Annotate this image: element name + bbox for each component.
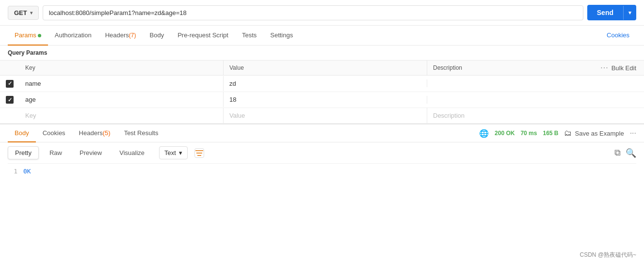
table-row: Key Value Description bbox=[0, 108, 644, 124]
tab-headers-label: Headers bbox=[105, 31, 129, 39]
url-bar: GET ▾ Send ▾ bbox=[0, 0, 644, 26]
row1-description[interactable] bbox=[427, 79, 644, 87]
text-format-dropdown[interactable]: Text ▾ bbox=[159, 146, 188, 159]
row2-value[interactable]: 18 bbox=[223, 92, 427, 107]
tab-body[interactable]: Body bbox=[143, 26, 171, 46]
response-body: Pretty Raw Preview Visualize Text ▾ ⧉ 🔍 … bbox=[0, 142, 644, 179]
headers-count: (7) bbox=[129, 32, 136, 39]
row3-key-placeholder[interactable]: Key bbox=[19, 108, 223, 123]
th-value: Value bbox=[223, 61, 427, 75]
format-row: Pretty Raw Preview Visualize Text ▾ ⧉ 🔍 bbox=[8, 142, 636, 164]
tab-params[interactable]: Params bbox=[8, 26, 48, 46]
bulk-edit-area: ··· Bulk Edit bbox=[600, 63, 644, 72]
checkbox-age[interactable] bbox=[6, 96, 14, 104]
tab-authorization-label: Authorization bbox=[55, 31, 92, 39]
method-chevron-icon: ▾ bbox=[30, 10, 32, 15]
params-dot-icon bbox=[38, 34, 41, 37]
tab-settings-label: Settings bbox=[270, 31, 293, 39]
right-icons: ⧉ 🔍 bbox=[614, 148, 636, 158]
text-dropdown-chevron-icon: ▾ bbox=[179, 149, 182, 156]
row2-check[interactable] bbox=[0, 92, 19, 108]
rtab-body[interactable]: Body bbox=[8, 124, 36, 142]
more-options-icon[interactable]: ··· bbox=[630, 129, 636, 138]
tab-headers[interactable]: Headers(7) bbox=[98, 26, 143, 46]
format-preview-button[interactable]: Preview bbox=[73, 147, 109, 159]
format-pretty-button[interactable]: Pretty bbox=[8, 146, 39, 159]
params-table-header: Key Value Description ··· Bulk Edit bbox=[0, 60, 644, 76]
code-content: 0K bbox=[23, 168, 31, 175]
rtab-body-label: Body bbox=[15, 129, 29, 137]
save-icon: 🗂 bbox=[564, 129, 572, 138]
rtab-headers-label: Headers bbox=[79, 129, 103, 137]
tab-tests[interactable]: Tests bbox=[235, 26, 263, 46]
table-row: age 18 bbox=[0, 92, 644, 108]
status-ok-badge: 200 OK bbox=[495, 130, 515, 137]
format-raw-button[interactable]: Raw bbox=[43, 147, 69, 159]
rtab-cookies-label: Cookies bbox=[43, 129, 65, 137]
table-row: name zd bbox=[0, 76, 644, 92]
rtab-headers[interactable]: Headers(5) bbox=[72, 124, 117, 142]
cookies-right-label: Cookies bbox=[607, 31, 629, 39]
bulk-edit-label[interactable]: Bulk Edit bbox=[612, 64, 636, 72]
tab-tests-label: Tests bbox=[242, 31, 257, 39]
bulk-dots-icon: ··· bbox=[600, 63, 608, 72]
row3-desc-placeholder[interactable]: Description bbox=[427, 108, 644, 123]
response-time: 70 ms bbox=[520, 130, 537, 137]
tab-prerequest[interactable]: Pre-request Script bbox=[171, 26, 235, 46]
text-dropdown-label: Text bbox=[164, 149, 176, 156]
tab-authorization[interactable]: Authorization bbox=[48, 26, 98, 46]
rtab-test-results-label: Test Results bbox=[124, 129, 159, 137]
method-selector[interactable]: GET ▾ bbox=[8, 6, 39, 20]
tab-cookies-right[interactable]: Cookies bbox=[600, 26, 636, 46]
row2-key[interactable]: age bbox=[19, 92, 223, 107]
response-tabs: Body Cookies Headers(5) Test Results 🌐 2… bbox=[0, 124, 644, 142]
tab-prerequest-label: Pre-request Script bbox=[177, 31, 228, 39]
response-size: 165 B bbox=[543, 130, 558, 137]
line-number: 1 bbox=[8, 168, 17, 175]
th-check bbox=[0, 64, 19, 72]
filter-icon[interactable] bbox=[194, 148, 204, 158]
rtab-test-results[interactable]: Test Results bbox=[117, 124, 165, 142]
save-example-label: Save as Example bbox=[575, 130, 624, 137]
tab-body-label: Body bbox=[150, 31, 164, 39]
url-input[interactable] bbox=[43, 5, 583, 20]
watermark: CSDN @熟夜磕代码~ bbox=[580, 251, 636, 259]
status-area: 🌐 200 OK 70 ms 165 B 🗂 Save as Example ·… bbox=[479, 129, 636, 138]
row1-value[interactable]: zd bbox=[223, 76, 427, 91]
tab-params-label: Params bbox=[15, 31, 36, 39]
copy-icon[interactable]: ⧉ bbox=[614, 148, 621, 158]
send-chevron-icon: ▾ bbox=[623, 6, 636, 20]
code-area: 1 0K bbox=[8, 164, 636, 179]
row1-check[interactable] bbox=[0, 76, 19, 92]
th-description: Description bbox=[427, 61, 600, 75]
query-params-label: Query Params bbox=[0, 46, 644, 60]
send-label: Send bbox=[587, 5, 623, 20]
request-tabs: Params Authorization Headers(7) Body Pre… bbox=[0, 26, 644, 46]
search-icon[interactable]: 🔍 bbox=[626, 148, 636, 158]
rtab-headers-count: (5) bbox=[103, 129, 111, 137]
checkbox-name[interactable] bbox=[6, 80, 14, 88]
row3-value-placeholder[interactable]: Value bbox=[223, 108, 427, 123]
format-visualize-button[interactable]: Visualize bbox=[113, 147, 151, 159]
row1-key[interactable]: name bbox=[19, 76, 223, 91]
row2-description[interactable] bbox=[427, 96, 644, 104]
globe-icon: 🌐 bbox=[479, 129, 489, 138]
th-key: Key bbox=[19, 61, 223, 75]
rtab-cookies[interactable]: Cookies bbox=[36, 124, 72, 142]
tab-settings[interactable]: Settings bbox=[263, 26, 300, 46]
code-line: 1 0K bbox=[8, 168, 636, 175]
send-button[interactable]: Send ▾ bbox=[587, 5, 636, 20]
save-as-example-button[interactable]: 🗂 Save as Example bbox=[564, 129, 624, 138]
row3-check bbox=[0, 112, 19, 120]
method-label: GET bbox=[14, 9, 27, 16]
